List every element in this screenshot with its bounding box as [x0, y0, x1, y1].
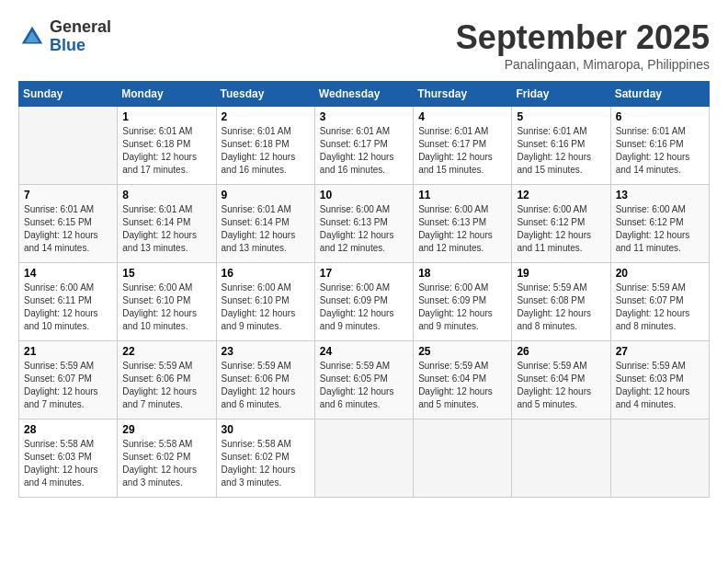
week-row-1: 1Sunrise: 6:01 AM Sunset: 6:18 PM Daylig…: [19, 107, 710, 185]
day-info: Sunrise: 6:01 AM Sunset: 6:14 PM Dayligh…: [122, 203, 210, 255]
calendar-cell: 26Sunrise: 5:59 AM Sunset: 6:04 PM Dayli…: [512, 341, 610, 419]
calendar-cell: 11Sunrise: 6:00 AM Sunset: 6:13 PM Dayli…: [414, 185, 512, 263]
day-info: Sunrise: 5:58 AM Sunset: 6:03 PM Dayligh…: [24, 438, 112, 489]
week-row-2: 7Sunrise: 6:01 AM Sunset: 6:15 PM Daylig…: [19, 185, 710, 263]
day-info: Sunrise: 6:01 AM Sunset: 6:16 PM Dayligh…: [616, 125, 704, 177]
column-header-tuesday: Tuesday: [216, 82, 314, 107]
column-header-friday: Friday: [512, 82, 610, 107]
day-number: 4: [418, 110, 506, 123]
day-number: 12: [517, 189, 605, 201]
day-info: Sunrise: 5:59 AM Sunset: 6:04 PM Dayligh…: [418, 360, 506, 411]
calendar-cell: 29Sunrise: 5:58 AM Sunset: 6:02 PM Dayli…: [118, 419, 216, 498]
day-number: 5: [517, 110, 605, 123]
calendar-cell: 15Sunrise: 6:00 AM Sunset: 6:10 PM Dayli…: [118, 263, 216, 341]
calendar-cell: 28Sunrise: 5:58 AM Sunset: 6:03 PM Dayli…: [19, 419, 118, 498]
calendar-cell: 23Sunrise: 5:59 AM Sunset: 6:06 PM Dayli…: [216, 341, 314, 419]
calendar-cell: 24Sunrise: 5:59 AM Sunset: 6:05 PM Dayli…: [314, 341, 413, 419]
day-number: 21: [24, 345, 112, 358]
calendar-cell: 4Sunrise: 6:01 AM Sunset: 6:17 PM Daylig…: [414, 107, 512, 185]
day-number: 11: [418, 189, 506, 201]
day-number: 30: [222, 423, 310, 436]
day-info: Sunrise: 5:59 AM Sunset: 6:07 PM Dayligh…: [24, 360, 112, 411]
day-number: 9: [222, 189, 310, 201]
logo: General Blue: [18, 18, 111, 55]
day-number: 27: [616, 345, 704, 358]
page-header: General Blue September 2025 Panalingaan,…: [18, 18, 710, 72]
logo-general-text: General: [50, 18, 111, 37]
day-info: Sunrise: 5:58 AM Sunset: 6:02 PM Dayligh…: [122, 438, 210, 489]
calendar-cell: [610, 419, 709, 498]
day-number: 15: [122, 267, 210, 280]
calendar-cell: 17Sunrise: 6:00 AM Sunset: 6:09 PM Dayli…: [314, 263, 413, 341]
day-info: Sunrise: 6:01 AM Sunset: 6:15 PM Dayligh…: [24, 203, 112, 255]
column-header-wednesday: Wednesday: [314, 82, 413, 107]
day-number: 13: [616, 189, 704, 201]
day-number: 24: [320, 345, 408, 358]
calendar-cell: [19, 107, 118, 185]
day-info: Sunrise: 6:00 AM Sunset: 6:09 PM Dayligh…: [320, 282, 408, 333]
column-header-sunday: Sunday: [19, 82, 118, 107]
calendar-cell: 5Sunrise: 6:01 AM Sunset: 6:16 PM Daylig…: [512, 107, 610, 185]
logo-icon: [18, 23, 46, 51]
day-number: 8: [122, 189, 210, 201]
calendar-cell: 10Sunrise: 6:00 AM Sunset: 6:13 PM Dayli…: [314, 185, 413, 263]
day-number: 19: [517, 267, 605, 280]
day-number: 1: [122, 110, 210, 123]
day-number: 25: [418, 345, 506, 358]
day-number: 22: [122, 345, 210, 358]
day-number: 3: [320, 110, 408, 123]
day-number: 10: [320, 189, 408, 201]
calendar-cell: 14Sunrise: 6:00 AM Sunset: 6:11 PM Dayli…: [19, 263, 118, 341]
calendar-cell: 12Sunrise: 6:00 AM Sunset: 6:12 PM Dayli…: [512, 185, 610, 263]
day-info: Sunrise: 6:00 AM Sunset: 6:11 PM Dayligh…: [24, 282, 112, 333]
column-header-monday: Monday: [118, 82, 216, 107]
day-info: Sunrise: 5:59 AM Sunset: 6:06 PM Dayligh…: [222, 360, 310, 411]
calendar-cell: 7Sunrise: 6:01 AM Sunset: 6:15 PM Daylig…: [19, 185, 118, 263]
day-number: 16: [222, 267, 310, 280]
day-info: Sunrise: 5:59 AM Sunset: 6:04 PM Dayligh…: [517, 360, 605, 411]
day-number: 17: [320, 267, 408, 280]
title-block: September 2025 Panalingaan, Mimaropa, Ph…: [456, 18, 710, 72]
day-info: Sunrise: 5:59 AM Sunset: 6:03 PM Dayligh…: [616, 360, 704, 411]
calendar-cell: 21Sunrise: 5:59 AM Sunset: 6:07 PM Dayli…: [19, 341, 118, 419]
day-number: 29: [122, 423, 210, 436]
day-info: Sunrise: 6:00 AM Sunset: 6:10 PM Dayligh…: [222, 282, 310, 333]
day-info: Sunrise: 6:01 AM Sunset: 6:16 PM Dayligh…: [517, 125, 605, 177]
day-number: 26: [517, 345, 605, 358]
calendar-cell: 22Sunrise: 5:59 AM Sunset: 6:06 PM Dayli…: [118, 341, 216, 419]
day-info: Sunrise: 5:59 AM Sunset: 6:07 PM Dayligh…: [616, 282, 704, 333]
calendar-cell: 18Sunrise: 6:00 AM Sunset: 6:09 PM Dayli…: [414, 263, 512, 341]
column-header-saturday: Saturday: [610, 82, 709, 107]
day-info: Sunrise: 6:01 AM Sunset: 6:18 PM Dayligh…: [222, 125, 310, 177]
calendar-table: SundayMondayTuesdayWednesdayThursdayFrid…: [18, 81, 710, 498]
day-number: 20: [616, 267, 704, 280]
day-info: Sunrise: 6:00 AM Sunset: 6:10 PM Dayligh…: [122, 282, 210, 333]
day-number: 6: [616, 110, 704, 123]
calendar-cell: 6Sunrise: 6:01 AM Sunset: 6:16 PM Daylig…: [610, 107, 709, 185]
day-info: Sunrise: 6:01 AM Sunset: 6:18 PM Dayligh…: [122, 125, 210, 177]
day-number: 2: [222, 110, 310, 123]
day-info: Sunrise: 5:59 AM Sunset: 6:06 PM Dayligh…: [122, 360, 210, 411]
day-info: Sunrise: 6:01 AM Sunset: 6:17 PM Dayligh…: [418, 125, 506, 177]
calendar-cell: [414, 419, 512, 498]
day-info: Sunrise: 5:59 AM Sunset: 6:08 PM Dayligh…: [517, 282, 605, 333]
week-row-3: 14Sunrise: 6:00 AM Sunset: 6:11 PM Dayli…: [19, 263, 710, 341]
calendar-cell: 3Sunrise: 6:01 AM Sunset: 6:17 PM Daylig…: [314, 107, 413, 185]
day-number: 23: [222, 345, 310, 358]
month-title: September 2025: [456, 18, 710, 57]
location: Panalingaan, Mimaropa, Philippines: [456, 57, 710, 72]
day-info: Sunrise: 6:00 AM Sunset: 6:13 PM Dayligh…: [320, 203, 408, 255]
day-info: Sunrise: 5:58 AM Sunset: 6:02 PM Dayligh…: [222, 438, 310, 489]
calendar-cell: [512, 419, 610, 498]
calendar-cell: 20Sunrise: 5:59 AM Sunset: 6:07 PM Dayli…: [610, 263, 709, 341]
calendar-cell: 13Sunrise: 6:00 AM Sunset: 6:12 PM Dayli…: [610, 185, 709, 263]
calendar-header-row: SundayMondayTuesdayWednesdayThursdayFrid…: [19, 82, 710, 107]
calendar-cell: 16Sunrise: 6:00 AM Sunset: 6:10 PM Dayli…: [216, 263, 314, 341]
calendar-cell: 19Sunrise: 5:59 AM Sunset: 6:08 PM Dayli…: [512, 263, 610, 341]
calendar-cell: 30Sunrise: 5:58 AM Sunset: 6:02 PM Dayli…: [216, 419, 314, 498]
day-info: Sunrise: 6:01 AM Sunset: 6:17 PM Dayligh…: [320, 125, 408, 177]
day-number: 18: [418, 267, 506, 280]
day-info: Sunrise: 6:00 AM Sunset: 6:09 PM Dayligh…: [418, 282, 506, 333]
day-number: 14: [24, 267, 112, 280]
calendar-cell: 2Sunrise: 6:01 AM Sunset: 6:18 PM Daylig…: [216, 107, 314, 185]
